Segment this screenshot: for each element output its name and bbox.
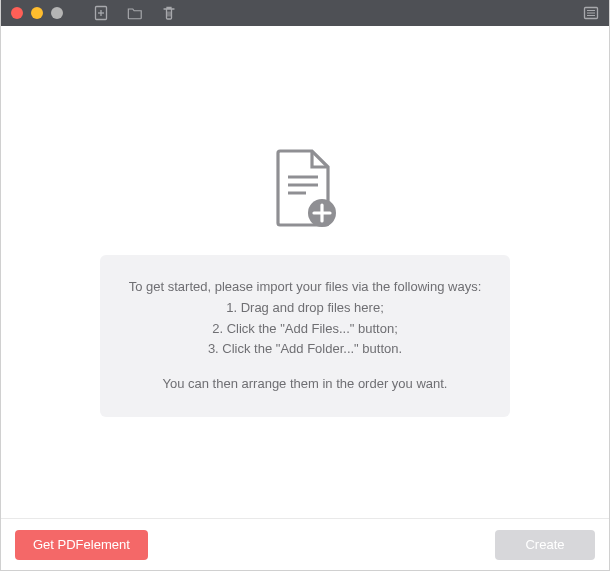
maximize-button[interactable] <box>51 7 63 19</box>
sidebar-icon[interactable] <box>583 5 599 21</box>
app-window: To get started, please import your files… <box>0 0 610 571</box>
add-file-icon[interactable] <box>93 5 109 21</box>
footer-bar: Get PDFelement Create <box>1 518 609 570</box>
instructions-trail: You can then arrange them in the order y… <box>120 374 490 395</box>
close-button[interactable] <box>11 7 23 19</box>
create-button: Create <box>495 530 595 560</box>
document-add-icon <box>270 147 340 231</box>
minimize-button[interactable] <box>31 7 43 19</box>
titlebar <box>1 0 609 26</box>
instruction-step-2: 2. Click the "Add Files..." button; <box>120 319 490 340</box>
instruction-step-1: 1. Drag and drop files here; <box>120 298 490 319</box>
trash-icon[interactable] <box>161 5 177 21</box>
instructions-panel: To get started, please import your files… <box>100 255 510 417</box>
instruction-step-3: 3. Click the "Add Folder..." button. <box>120 339 490 360</box>
drop-zone[interactable]: To get started, please import your files… <box>1 26 609 518</box>
toolbar-right <box>583 5 599 21</box>
instructions-lead: To get started, please import your files… <box>120 277 490 298</box>
instructions-steps: 1. Drag and drop files here; 2. Click th… <box>120 298 490 360</box>
folder-icon[interactable] <box>127 5 143 21</box>
window-controls <box>11 7 63 19</box>
toolbar-left <box>93 5 177 21</box>
get-pdfelement-button[interactable]: Get PDFelement <box>15 530 148 560</box>
